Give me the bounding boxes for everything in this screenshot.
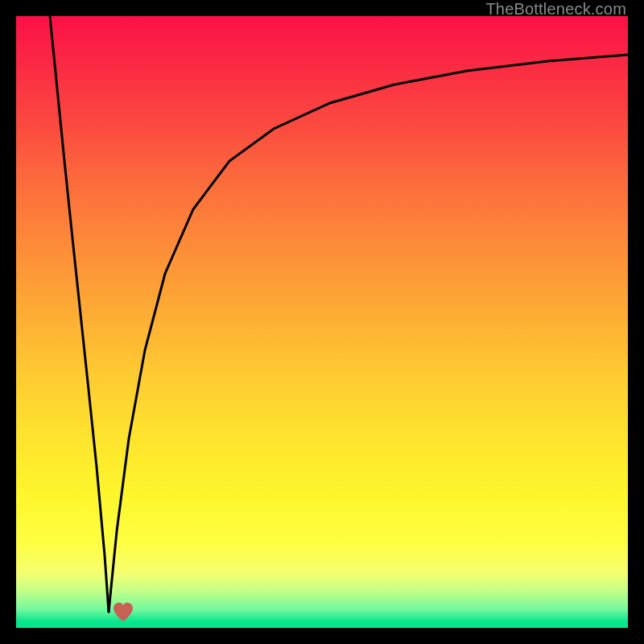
curve-right-branch xyxy=(109,55,628,612)
plot-area xyxy=(16,16,628,628)
heart-marker-icon xyxy=(112,601,134,622)
watermark-text: TheBottleneck.com xyxy=(485,0,626,19)
curve-layer xyxy=(16,16,628,628)
curve-left-branch xyxy=(50,16,109,612)
heart-shape xyxy=(114,603,133,622)
